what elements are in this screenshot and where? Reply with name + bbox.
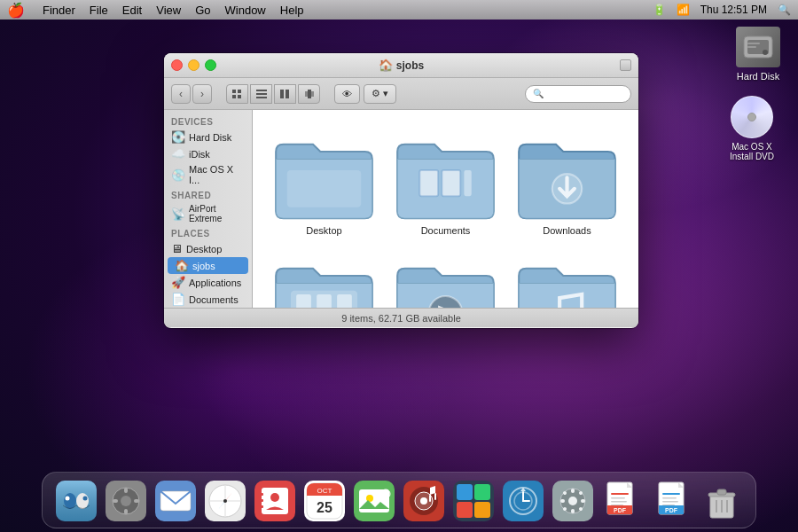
back-button[interactable]: ‹ [171,84,191,104]
menu-finder[interactable]: Finder [43,4,75,17]
menu-window[interactable]: Window [225,4,266,17]
documents-sidebar-icon: 📄 [171,293,185,306]
dock-item-timemachine[interactable] [500,478,546,524]
svg-rect-78 [429,495,431,502]
svg-rect-102 [611,497,625,499]
svg-text:PDF: PDF [614,507,627,513]
spotlight-icon[interactable]: 🔍 [778,4,791,16]
apple-menu[interactable]: 🍎 [7,2,25,19]
list-view-button[interactable] [250,84,272,104]
svg-rect-9 [256,90,267,91]
sidebar-item-desktop[interactable]: 🖥 Desktop [164,240,252,257]
sidebar-item-sjobs[interactable]: 🏠 sjobs [168,257,248,274]
sidebar-item-idisk[interactable]: ☁️ iDisk [164,145,252,162]
svg-point-56 [223,499,227,503]
sidebar-item-harddisk[interactable]: 💽 Hard Disk [164,129,252,145]
svg-rect-111 [662,501,678,503]
icon-view-button[interactable] [226,84,248,104]
gear-button[interactable]: ⚙ ▾ [364,84,396,104]
file-item-music[interactable]: Music [510,248,624,308]
desktop-sidebar-icon: 🖥 [171,242,183,255]
desktop-icon-harddisk[interactable]: Hard Disk [736,27,780,82]
svg-point-43 [121,496,131,506]
dock-item-finder[interactable] [53,478,99,524]
eye-button[interactable]: 👁 [334,84,360,104]
column-view-button[interactable] [274,84,296,104]
svg-rect-10 [256,93,267,95]
svg-text:25: 25 [317,500,332,515]
svg-rect-24 [317,294,332,308]
svg-rect-117 [717,489,726,495]
close-button[interactable] [171,59,183,71]
svg-rect-3 [747,43,760,44]
svg-point-77 [420,497,427,505]
dock-item-pdf2[interactable]: PDF [649,478,695,524]
gear-dropdown-icon: ▾ [383,88,388,99]
coverflow-view-button[interactable] [298,84,320,104]
menu-file[interactable]: File [90,4,108,17]
svg-point-40 [83,497,88,501]
airport-sidebar-label: AirPort Extreme [189,204,245,223]
sidebar-item-airport[interactable]: 📡 AirPort Extreme [164,202,252,225]
minimize-button[interactable] [188,59,200,71]
dock-item-systemprefs[interactable] [103,478,149,524]
menu-help[interactable]: Help [280,4,304,17]
svg-rect-79 [434,493,436,500]
window-resize-button[interactable] [620,59,631,71]
menubar-left: 🍎 Finder File Edit View Go Window Help [7,2,304,19]
svg-rect-47 [134,499,139,503]
dock-item-ical[interactable]: 25 OCT [301,478,348,524]
svg-rect-18 [419,170,438,196]
window-title-text: sjobs [396,59,424,72]
file-item-desktop[interactable]: Desktop [267,124,381,241]
documents-sidebar-label: Documents [189,294,239,305]
harddisk-sidebar-icon: 💽 [171,130,185,144]
desktop-icon-dvd[interactable]: Mac OS X Install DVD [720,96,784,161]
macosx-sidebar-label: Mac OS X I... [189,164,245,185]
svg-point-2 [763,50,768,55]
dvd-icon-image [731,96,773,138]
search-box[interactable]: 🔍 [525,85,631,103]
dock-item-trash[interactable] [699,478,745,524]
svg-rect-4 [747,46,756,48]
svg-rect-46 [113,499,118,503]
svg-point-90 [568,497,577,505]
forward-button[interactable]: › [192,84,212,104]
dock: 25 OCT [42,472,756,528]
harddisk-label: Hard Disk [737,71,779,82]
dock-item-spaces[interactable] [450,478,497,524]
menu-edit[interactable]: Edit [122,4,142,17]
clock: Thu 12:51 PM [700,4,767,16]
dock-item-mail[interactable] [153,478,199,524]
svg-rect-82 [474,484,490,500]
menu-go[interactable]: Go [195,4,210,17]
dock-item-pdf1[interactable]: PDF [599,478,645,524]
dock-item-itunes[interactable] [401,478,447,524]
dock-item-safari[interactable] [202,478,248,524]
svg-rect-13 [286,90,289,98]
svg-rect-45 [124,509,128,514]
desktop: 🍎 Finder File Edit View Go Window Help 🔋… [0,0,798,532]
file-item-movies[interactable]: Movies [388,248,503,308]
dock-item-addressbook[interactable] [252,478,298,524]
svg-rect-83 [457,502,473,518]
svg-rect-81 [457,484,473,500]
file-label-documents: Documents [421,225,471,236]
sidebar-item-applications[interactable]: 🚀 Applications [164,274,252,291]
dock-item-iphoto[interactable] [351,478,397,524]
harddisk-sidebar-label: Hard Disk [189,132,231,143]
svg-rect-20 [464,170,471,196]
svg-rect-23 [296,294,311,308]
file-item-library[interactable]: Library [267,248,381,308]
svg-rect-19 [442,170,460,196]
maximize-button[interactable] [205,59,216,71]
sidebar-item-documents[interactable]: 📄 Documents [164,291,252,308]
applications-sidebar-icon: 🚀 [171,276,185,289]
menu-view[interactable]: View [156,4,181,17]
dock-item-sysprefs2[interactable] [550,478,596,524]
file-item-downloads[interactable]: Downloads [510,124,624,241]
sidebar-item-macosx[interactable]: 💿 Mac OS X I... [164,162,252,187]
toolbar: ‹ › 👁 [164,78,638,110]
file-label-desktop: Desktop [306,225,341,236]
file-item-documents[interactable]: Documents [388,124,503,241]
